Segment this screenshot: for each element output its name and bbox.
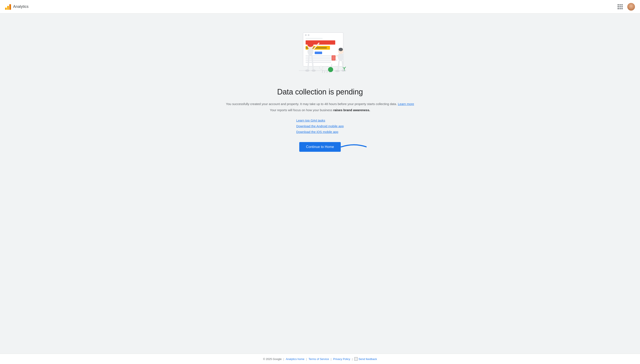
separator-1: | (283, 358, 284, 360)
apps-dot (621, 6, 623, 8)
svg-rect-11 (306, 62, 331, 63)
brand-prefix: Your reports will focus on how your busi… (270, 108, 333, 112)
pending-illustration-svg (286, 26, 354, 79)
app-header: Analytics (0, 0, 640, 14)
terms-link[interactable]: Terms of Service (309, 358, 329, 360)
ga4-tasks-link[interactable]: Learn top GA4 tasks (296, 118, 344, 122)
separator-2: | (306, 358, 307, 360)
svg-point-1 (305, 34, 307, 36)
analytics-logo (5, 4, 11, 10)
logo-bar-1 (5, 8, 7, 10)
apps-dot (621, 8, 623, 9)
apps-dot (619, 4, 621, 6)
learn-more-link[interactable]: Learn more (398, 102, 414, 106)
svg-line-39 (344, 67, 346, 68)
svg-point-15 (308, 43, 313, 47)
svg-rect-9 (306, 58, 335, 58)
illustration (286, 26, 354, 79)
arrow-svg (337, 140, 367, 153)
user-avatar[interactable] (627, 3, 635, 10)
subtitle-main: You successfully created your account an… (226, 102, 397, 106)
apps-dot (619, 8, 621, 9)
logo-bar-3 (9, 4, 11, 10)
brand-bold: raises brand awareness. (333, 108, 370, 112)
analytics-home-link[interactable]: Analytics home (286, 358, 304, 360)
feedback-icon: ☐ (354, 357, 358, 360)
svg-point-22 (319, 66, 323, 69)
apps-dot (617, 8, 619, 9)
copyright: © 2025 Google (263, 358, 282, 360)
app-footer: © 2025 Google | Analytics home | Terms o… (0, 354, 640, 364)
svg-line-25 (327, 70, 327, 73)
apps-dot (617, 4, 619, 6)
header-logo-group: Analytics (5, 4, 29, 10)
apps-dot (621, 4, 623, 6)
svg-point-2 (308, 34, 309, 36)
avatar-image (627, 3, 635, 10)
svg-point-20 (312, 70, 316, 72)
continue-home-button[interactable]: Continue to Home (299, 142, 341, 152)
svg-rect-7 (315, 52, 322, 54)
send-feedback-group: ☐ Send feedback (354, 357, 377, 360)
google-apps-button[interactable] (616, 3, 624, 10)
svg-point-37 (341, 70, 346, 72)
privacy-link[interactable]: Privacy Policy (333, 358, 350, 360)
arrow-indicator (337, 140, 367, 153)
svg-point-19 (305, 70, 309, 72)
page-title: Data collection is pending (277, 88, 363, 96)
apps-dot (619, 6, 621, 8)
svg-line-23 (322, 70, 323, 73)
brand-text: Your reports will focus on how your busi… (270, 108, 370, 112)
resource-links: Learn top GA4 tasks Download the Android… (296, 118, 344, 134)
separator-4: | (352, 358, 353, 360)
svg-line-24 (324, 70, 325, 73)
svg-point-27 (328, 67, 333, 72)
cta-section: Continue to Home (299, 142, 341, 152)
svg-rect-33 (332, 56, 335, 60)
apps-dot (617, 6, 619, 8)
send-feedback-link[interactable]: Send feedback (358, 358, 377, 360)
android-app-link[interactable]: Download the Android mobile app (296, 124, 344, 128)
svg-rect-3 (306, 38, 323, 39)
svg-point-30 (339, 48, 343, 51)
app-title: Analytics (13, 4, 29, 9)
ios-app-link[interactable]: Download the iOS mobile app (296, 130, 344, 134)
svg-point-36 (335, 70, 340, 72)
header-actions (616, 3, 635, 10)
main-content: Data collection is pending You successfu… (0, 14, 640, 354)
subtitle-text: You successfully created your account an… (226, 102, 414, 106)
apps-grid-icon (617, 4, 623, 9)
separator-3: | (331, 358, 331, 360)
logo-bar-2 (7, 6, 9, 10)
